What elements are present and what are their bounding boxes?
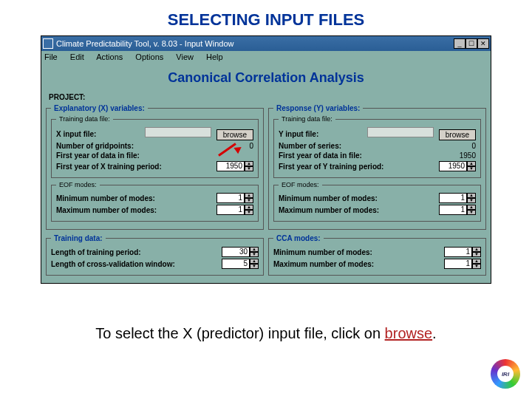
menu-actions[interactable]: Actions [96,52,123,61]
chevron-up-icon[interactable]: ▲ [467,161,476,166]
chevron-up-icon[interactable]: ▲ [245,193,253,198]
chevron-up-icon[interactable]: ▲ [472,247,481,252]
app-window: Climate Predictability Tool, v. 8.03 - I… [41,35,491,284]
y-variables-group: Response (Y) variables: Training data fi… [268,104,486,230]
chevron-down-icon[interactable]: ▼ [250,252,259,257]
x-variables-group: Explanatory (X) variables: Training data… [46,104,264,230]
x-min-modes-spinner[interactable]: 1 ▲▼ [216,193,253,203]
cca-modes-group: CCA modes: Minimum number of modes: 1 ▲▼… [268,234,486,276]
x-min-modes-value[interactable]: 1 [216,193,245,203]
iri-logo-text: IRI [497,366,514,382]
x-max-modes-value[interactable]: 1 [216,205,245,215]
x-gridpoints-label: Number of gridpoints: [56,142,134,150]
x-input-field[interactable] [145,127,211,137]
y-firstyear-file-value: 1950 [454,151,476,160]
x-max-modes-label: Maximum number of modes: [56,206,157,214]
x-min-modes-label: Minimum number of modes: [56,194,155,202]
chevron-up-icon[interactable]: ▲ [467,205,476,210]
main-heading: Canonical Correlation Analysis [46,66,486,92]
cca-max-value[interactable]: 1 [444,259,472,269]
y-max-modes-value[interactable]: 1 [439,205,467,215]
x-browse-button[interactable]: browse [216,129,253,140]
slide-title: SELECTING INPUT FILES [0,0,532,35]
training-cv-value[interactable]: 5 [222,259,250,269]
chevron-up-icon[interactable]: ▲ [250,247,259,252]
chevron-up-icon[interactable]: ▲ [245,205,253,210]
y-series-value: 0 [454,142,476,150]
chevron-up-icon[interactable]: ▲ [467,193,476,198]
x-firstyear-train-spinner[interactable]: 1950 ▲▼ [216,161,253,171]
y-browse-button[interactable]: browse [439,129,476,140]
chevron-down-icon[interactable]: ▼ [245,198,253,203]
y-max-modes-spinner[interactable]: 1 ▲▼ [439,205,476,215]
training-length-value[interactable]: 30 [222,247,250,257]
project-label: PROJECT: [46,92,486,104]
chevron-down-icon[interactable]: ▼ [467,198,476,203]
y-max-modes-label: Maximum number of modes: [279,206,379,214]
x-legend: Explanatory (X) variables: [51,104,148,112]
y-min-modes-spinner[interactable]: 1 ▲▼ [439,193,476,203]
y-firstyear-file-label: First year of data in file: [279,151,362,160]
menu-help[interactable]: Help [206,52,223,61]
y-series-label: Number of series: [279,142,341,150]
x-training-file-legend: Training data file: [56,115,113,123]
training-length-spinner[interactable]: 30 ▲▼ [222,247,259,257]
app-icon [43,38,53,49]
x-gridpoints-value: 0 [231,142,253,150]
work-area: Canonical Correlation Analysis PROJECT: … [41,63,491,283]
cca-min-label: Minimum number of modes: [273,248,372,256]
x-column: Explanatory (X) variables: Training data… [46,104,264,233]
menu-file[interactable]: File [44,52,58,61]
training-cv-label: Length of cross-validation window: [51,260,175,268]
x-firstyear-train-value[interactable]: 1950 [216,161,245,171]
window-title: Climate Predictability Tool, v. 8.03 - I… [56,39,454,48]
cca-min-value[interactable]: 1 [444,247,472,257]
training-legend: Training data: [51,234,106,242]
cca-max-spinner[interactable]: 1 ▲▼ [444,259,481,269]
y-eof-legend: EOF modes: [279,181,322,188]
chevron-down-icon[interactable]: ▼ [245,210,253,215]
x-max-modes-spinner[interactable]: 1 ▲▼ [216,205,253,215]
chevron-down-icon[interactable]: ▼ [245,166,253,171]
y-column: Response (Y) variables: Training data fi… [268,104,486,233]
y-input-label: Y input file: [279,130,318,138]
chevron-down-icon[interactable]: ▼ [472,252,481,257]
minimize-button[interactable]: _ [454,38,466,49]
y-firstyear-train-label: First year of Y training period: [279,163,383,171]
caption-pre: To select the X (predictor) input file, … [95,325,384,341]
y-legend: Response (Y) variables: [273,104,363,112]
menu-options[interactable]: Options [135,52,163,61]
chevron-down-icon[interactable]: ▼ [467,210,476,215]
x-input-label: X input file: [56,130,96,138]
chevron-down-icon[interactable]: ▼ [472,264,481,269]
chevron-up-icon[interactable]: ▲ [250,259,259,264]
cca-max-label: Maximum number of modes: [273,260,374,268]
training-cv-spinner[interactable]: 5 ▲▼ [222,259,259,269]
close-button[interactable]: ✕ [477,38,489,49]
maximize-button[interactable]: ☐ [466,38,477,49]
cca-legend: CCA modes: [273,234,324,242]
slide-caption: To select the X (predictor) input file, … [0,325,532,342]
chevron-down-icon[interactable]: ▼ [467,166,476,171]
chevron-up-icon[interactable]: ▲ [472,259,481,264]
x-firstyear-train-label: First year of X training period: [56,163,162,171]
caption-post: . [432,325,437,341]
x-eof-legend: EOF modes: [56,181,100,188]
y-firstyear-train-spinner[interactable]: 1950 ▲▼ [439,161,476,171]
titlebar: Climate Predictability Tool, v. 8.03 - I… [41,36,491,51]
menu-view[interactable]: View [176,52,194,61]
training-data-group: Training data: Length of training period… [46,234,264,276]
iri-logo: IRI [491,359,520,389]
y-min-modes-label: Minimum number of modes: [279,194,378,202]
chevron-up-icon[interactable]: ▲ [245,161,253,166]
y-training-file-legend: Training data file: [279,115,335,123]
y-eof-group: EOF modes: Minimum number of modes: 1 ▲▼… [273,181,481,222]
cca-min-spinner[interactable]: 1 ▲▼ [444,247,481,257]
y-firstyear-train-value[interactable]: 1950 [439,161,467,171]
y-min-modes-value[interactable]: 1 [439,193,467,203]
x-eof-group: EOF modes: Minimum number of modes: 1 ▲▼… [51,181,259,222]
menu-edit[interactable]: Edit [70,52,84,61]
y-input-field[interactable] [367,127,434,137]
chevron-down-icon[interactable]: ▼ [250,264,259,269]
caption-highlight: browse [385,325,432,341]
